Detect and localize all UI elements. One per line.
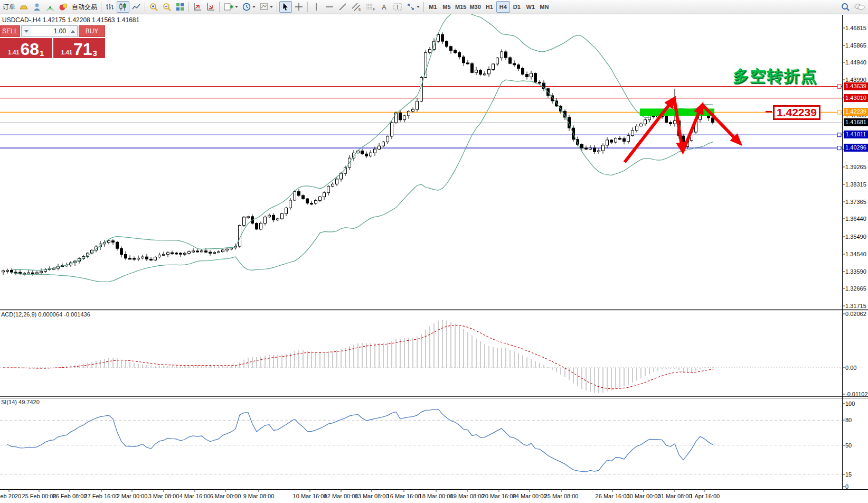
new-order-icon[interactable] (222, 1, 240, 13)
one-click-trade-panel: SELL BUY 1.41681 1.41713 (0, 25, 105, 58)
timeframe-d1[interactable]: D1 (510, 1, 524, 13)
line-chart-icon[interactable] (130, 1, 143, 13)
buy-price-prefix: 1.41 (61, 49, 72, 55)
price-level-tag: 1.41011 (844, 131, 868, 138)
volume-stepper (21, 25, 78, 37)
bar-chart-icon[interactable] (103, 1, 116, 13)
gold-ingot-icon[interactable] (17, 1, 30, 13)
price-axis-label: 1.39265 (845, 164, 866, 170)
time-axis-label: 30 Mar 00:00 (627, 493, 661, 499)
timeframe-m5[interactable]: M5 (440, 1, 454, 13)
separator (277, 2, 277, 12)
search-icon[interactable] (839, 1, 852, 13)
rsi-axis-label: 0 (845, 483, 848, 490)
timeframe-h4[interactable]: H4 (496, 1, 510, 13)
timeframe-mn[interactable]: MN (537, 1, 551, 13)
buy-button[interactable]: BUY (79, 25, 105, 37)
sell-price-prefix: 1.41 (8, 49, 19, 55)
time-axis-label: 2 Mar 00:00 (117, 493, 148, 499)
price-axis-label: 1.32665 (845, 285, 866, 292)
time-axis-label: 3 Mar 08:00 (148, 493, 180, 499)
timeframe-group: M1M5M15M30H1H4D1W1MN (426, 1, 551, 13)
chat-icon[interactable] (852, 1, 867, 13)
tile-windows-icon[interactable] (174, 1, 186, 13)
rsi-indicator-label: SI(14) 49.7420 (1, 399, 40, 405)
price-axis-label: 1.35490 (845, 234, 866, 240)
price-axis-label: 1.44940 (845, 59, 866, 66)
triangle-up-icon (71, 30, 75, 33)
signal-icon[interactable] (44, 1, 56, 13)
time-axis-label: 1 Apr 16:00 (690, 493, 720, 499)
channel-tool-icon[interactable]: E (350, 1, 363, 13)
svg-text:A: A (382, 3, 386, 11)
separator (101, 2, 101, 12)
timeframe-m30[interactable]: M30 (468, 1, 482, 13)
time-axis-label: 25 Feb 00:00 (22, 493, 56, 499)
fibonacci-tool-icon[interactable]: F (364, 1, 378, 13)
zoom-out-icon[interactable] (161, 1, 173, 13)
time-axis-label: 26 Feb 08:00 (53, 493, 87, 499)
svg-text:T: T (396, 4, 400, 10)
user-news-icon[interactable] (31, 1, 43, 13)
buy-quote[interactable]: 1.41713 (53, 38, 106, 58)
horizontal-line-tool-icon[interactable] (323, 1, 336, 13)
price-axis-label: 1.38315 (845, 181, 866, 188)
sell-price-pipette: 1 (40, 50, 44, 57)
timeframe-m1[interactable]: M1 (426, 1, 440, 13)
text-label-tool-icon[interactable]: T (391, 1, 404, 13)
sell-button[interactable]: SELL (0, 25, 20, 37)
time-axis-label: 18 Mar 00:00 (419, 493, 454, 499)
period-clock-icon[interactable] (240, 1, 257, 13)
rsi-axis-label: 15 (845, 471, 852, 478)
indicator-window-icon[interactable] (191, 1, 204, 13)
price-level-tag: 1.40296 (844, 144, 868, 152)
indicator-list-icon[interactable] (204, 1, 217, 13)
dropdown-caret[interactable] (252, 6, 256, 8)
price-axis-label: 1.33590 (845, 268, 866, 275)
auto-trading-label[interactable]: 自动交易 (70, 3, 99, 12)
time-axis-label: 19 Mar 08:00 (450, 493, 485, 499)
timeframe-h1[interactable]: H1 (483, 1, 496, 13)
text-tool-icon[interactable]: A (378, 1, 391, 13)
candlestick-chart-icon[interactable] (117, 1, 129, 13)
main-toolbar: 订单 自动交易 E F A T M1M5M15M30H1H4D1W1MN (0, 0, 868, 14)
separator (423, 2, 424, 12)
arrows-tool-icon[interactable] (404, 1, 421, 13)
svg-text:F: F (373, 7, 375, 11)
dropdown-caret[interactable] (270, 6, 273, 8)
orders-label[interactable]: 订单 (1, 3, 17, 12)
dropdown-caret[interactable] (417, 6, 420, 8)
volume-input[interactable] (31, 26, 68, 36)
trendline-tool-icon[interactable] (336, 1, 349, 13)
macd-axis-label: 0.00 (845, 365, 856, 371)
price-level-tag: 1.43010 (844, 94, 868, 102)
svg-text:E: E (358, 7, 361, 11)
sell-price-main: 68 (20, 41, 39, 57)
price-axis-label: 1.46815 (845, 25, 866, 31)
time-axis-label: 16 Mar 16:00 (387, 493, 421, 499)
cursor-tool-icon[interactable] (279, 1, 292, 13)
crosshair-tool-icon[interactable] (293, 1, 305, 13)
auto-trading-icon[interactable] (57, 1, 70, 13)
zoom-in-icon[interactable] (147, 1, 160, 13)
rsi-axis-label: 100 (845, 400, 855, 407)
timeframe-m15[interactable]: M15 (454, 1, 468, 13)
time-axis-label: 9 Mar 08:00 (243, 493, 275, 499)
vertical-line-tool-icon[interactable] (310, 1, 323, 13)
volume-decrease-button[interactable] (22, 26, 31, 36)
price-level-tag: 1.42239 (844, 108, 868, 116)
price-callout-box: 1.42239 (773, 105, 820, 120)
macd-axis-label: 0.02062 (845, 311, 866, 317)
turning-point-annotation: 多空转折点 (733, 66, 817, 87)
template-icon[interactable] (258, 1, 275, 13)
time-axis-label: 13 Mar 08:00 (355, 493, 389, 499)
price-level-tag: 1.43639 (844, 82, 868, 90)
volume-increase-button[interactable] (68, 26, 77, 36)
price-axis-label: 1.36440 (845, 216, 866, 222)
mt4-window: { "toolbar": { "order_label": "订单", "aut… (0, 0, 868, 503)
sell-quote[interactable]: 1.41681 (0, 38, 52, 58)
dropdown-caret[interactable] (235, 6, 238, 8)
separator (219, 2, 220, 12)
timeframe-w1[interactable]: W1 (524, 1, 537, 13)
price-axis-label: 1.37365 (845, 199, 866, 205)
